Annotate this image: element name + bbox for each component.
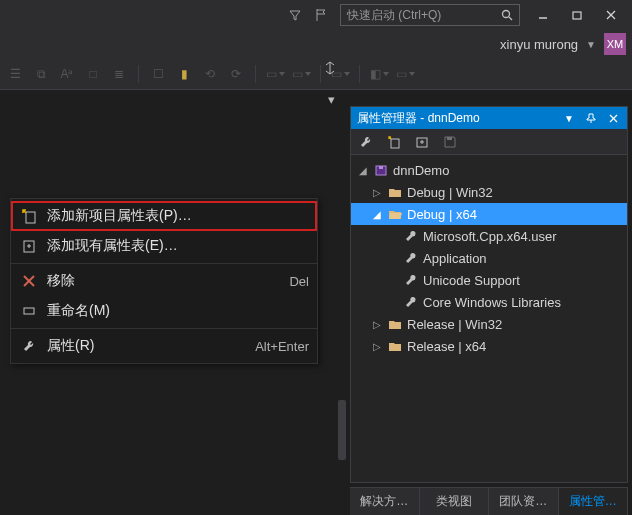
toolbar-btn-1[interactable]: ☰ (4, 63, 26, 85)
tree-label: Core Windows Libraries (423, 295, 561, 310)
menu-shortcut: Del (289, 274, 309, 289)
tree-label: Release | x64 (407, 339, 486, 354)
user-bar: xinyu murong ▼ XM (0, 30, 632, 58)
menu-label: 属性(R) (47, 337, 247, 355)
tree-config-debug-win32[interactable]: ▷ Debug | Win32 (351, 181, 627, 203)
folder-icon (387, 316, 403, 332)
property-tree: ◢ dnnDemo ▷ Debug | Win32 ◢ Debug | x64 … (351, 155, 627, 482)
svg-rect-3 (573, 12, 581, 19)
toolbar-btn-7[interactable]: ⟲ (199, 63, 221, 85)
wrench-icon (19, 336, 39, 356)
user-dropdown-caret[interactable]: ▼ (586, 39, 596, 50)
toolbar-dd-1[interactable]: ▭ (264, 63, 286, 85)
tree-config-debug-x64[interactable]: ◢ Debug | x64 (351, 203, 627, 225)
flag-icon[interactable] (308, 2, 334, 28)
svg-rect-17 (24, 308, 34, 314)
add-existing-icon[interactable] (413, 133, 431, 151)
project-icon (373, 162, 389, 178)
search-icon (501, 9, 513, 21)
minimize-button[interactable] (526, 2, 560, 28)
tree-config-release-x64[interactable]: ▷ Release | x64 (351, 335, 627, 357)
svg-point-0 (503, 11, 510, 18)
context-menu: 添加新项目属性表(P)… 添加现有属性表(E)… 移除 Del 重命名(M) 属… (10, 198, 318, 364)
bottom-tab-strip: 解决方… 类视图 团队资… 属性管… (350, 487, 628, 515)
new-sheet-icon (19, 206, 39, 226)
svg-line-1 (509, 17, 512, 20)
tree-label: Application (423, 251, 487, 266)
panel-toolbar (351, 129, 627, 155)
tree-sheet-application[interactable]: Application (351, 247, 627, 269)
svg-rect-12 (379, 166, 383, 169)
folder-icon (387, 338, 403, 354)
folder-icon (387, 184, 403, 200)
tab-dropdown-icon[interactable]: ▾ (322, 90, 340, 108)
toolbar-btn-6[interactable]: ☐ (147, 63, 169, 85)
tree-sheet-corewin[interactable]: Core Windows Libraries (351, 291, 627, 313)
tree-config-release-win32[interactable]: ▷ Release | Win32 (351, 313, 627, 335)
split-handle-icon[interactable] (320, 56, 340, 80)
menu-label: 重命名(M) (47, 302, 309, 320)
tab-solution-explorer[interactable]: 解决方… (350, 488, 420, 515)
tree-root[interactable]: ◢ dnnDemo (351, 159, 627, 181)
tree-label: dnnDemo (393, 163, 449, 178)
add-existing-icon (19, 236, 39, 256)
toolbar-separator (255, 65, 256, 83)
menu-label: 添加现有属性表(E)… (47, 237, 309, 255)
tree-sheet-mscpp[interactable]: Microsoft.Cpp.x64.user (351, 225, 627, 247)
tree-label: Debug | Win32 (407, 185, 493, 200)
collapse-icon[interactable]: ◢ (357, 165, 369, 176)
title-bar: 快速启动 (Ctrl+Q) (0, 0, 632, 30)
menu-label: 添加新项目属性表(P)… (47, 207, 309, 225)
svg-rect-8 (391, 139, 399, 148)
maximize-button[interactable] (560, 2, 594, 28)
svg-rect-13 (26, 212, 35, 223)
menu-add-existing-sheet[interactable]: 添加现有属性表(E)… (11, 231, 317, 261)
tree-label: Microsoft.Cpp.x64.user (423, 229, 557, 244)
toolbar-btn-2[interactable]: ⧉ (30, 63, 52, 85)
tree-label: Debug | x64 (407, 207, 477, 222)
toolbar-btn-5[interactable]: ≣ (108, 63, 130, 85)
collapse-icon[interactable]: ◢ (371, 209, 383, 220)
tab-class-view[interactable]: 类视图 (420, 488, 490, 515)
wrench-icon[interactable] (357, 133, 375, 151)
close-button[interactable] (594, 2, 628, 28)
toolbar-dd-4[interactable]: ◧ (368, 63, 390, 85)
pin-icon[interactable] (583, 110, 599, 126)
toolbar-btn-3[interactable]: Aᵃ (56, 63, 78, 85)
tab-team-explorer[interactable]: 团队资… (489, 488, 559, 515)
panel-close-icon[interactable] (605, 110, 621, 126)
menu-label: 移除 (47, 272, 281, 290)
tree-sheet-unicode[interactable]: Unicode Support (351, 269, 627, 291)
new-sheet-icon[interactable] (385, 133, 403, 151)
toolbar-dd-5[interactable]: ▭ (394, 63, 416, 85)
panel-menu-caret[interactable]: ▼ (561, 110, 577, 126)
avatar[interactable]: XM (604, 33, 626, 55)
menu-add-new-sheet[interactable]: 添加新项目属性表(P)… (11, 201, 317, 231)
menu-rename[interactable]: 重命名(M) (11, 296, 317, 326)
vertical-scrollbar[interactable] (338, 400, 346, 460)
user-name-label[interactable]: xinyu murong (500, 37, 578, 52)
expand-icon[interactable]: ▷ (371, 319, 383, 330)
bookmark-icon[interactable]: ▮ (173, 63, 195, 85)
filter-icon[interactable] (282, 2, 308, 28)
expand-icon[interactable]: ▷ (371, 187, 383, 198)
toolbar-separator (138, 65, 139, 83)
tab-property-manager[interactable]: 属性管… (559, 488, 629, 515)
toolbar-separator (359, 65, 360, 83)
wrench-icon (403, 272, 419, 288)
menu-remove[interactable]: 移除 Del (11, 266, 317, 296)
rename-icon (19, 301, 39, 321)
wrench-icon (403, 294, 419, 310)
menu-properties[interactable]: 属性(R) Alt+Enter (11, 331, 317, 361)
quick-launch-box[interactable]: 快速启动 (Ctrl+Q) (340, 4, 520, 26)
property-manager-panel: 属性管理器 - dnnDemo ▼ ◢ dnnDemo ▷ (350, 106, 628, 483)
remove-icon (19, 271, 39, 291)
panel-titlebar[interactable]: 属性管理器 - dnnDemo ▼ (351, 107, 627, 129)
expand-icon[interactable]: ▷ (371, 341, 383, 352)
toolbar-dd-2[interactable]: ▭ (290, 63, 312, 85)
menu-shortcut: Alt+Enter (255, 339, 309, 354)
toolbar-btn-4[interactable]: □ (82, 63, 104, 85)
save-icon[interactable] (441, 133, 459, 151)
quick-launch-placeholder: 快速启动 (Ctrl+Q) (347, 7, 501, 24)
toolbar-btn-8[interactable]: ⟳ (225, 63, 247, 85)
